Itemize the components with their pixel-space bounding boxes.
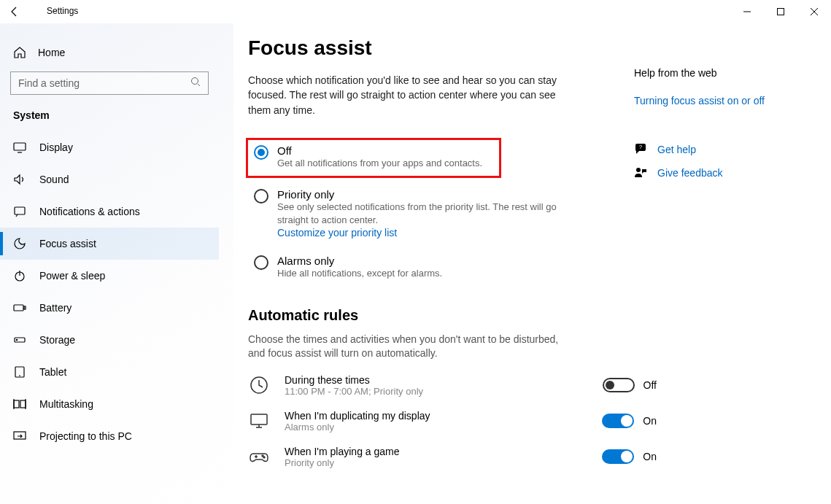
rule-sub: Alarms only — [285, 422, 587, 433]
home-nav[interactable]: Home — [0, 39, 219, 66]
svg-rect-14 — [251, 414, 267, 424]
svg-point-15 — [262, 455, 263, 457]
sidebar-item-tablet[interactable]: Tablet — [0, 356, 219, 388]
sidebar-item-battery[interactable]: Battery — [0, 292, 219, 324]
search-icon — [190, 77, 201, 90]
svg-text:?: ? — [639, 144, 642, 150]
rule-title: When I'm playing a game — [285, 446, 587, 457]
sidebar-item-label: Notifications & actions — [39, 206, 140, 217]
radio-off[interactable]: Off Get all notifications from your apps… — [246, 138, 501, 178]
sidebar-item-focus-assist[interactable]: Focus assist — [0, 228, 219, 260]
titlebar: Settings — [0, 0, 831, 23]
give-feedback-link[interactable]: Give feedback — [634, 166, 809, 179]
svg-point-18 — [636, 168, 641, 172]
svg-rect-10 — [14, 400, 19, 408]
section-label: System — [0, 105, 219, 131]
radio-indicator — [254, 189, 268, 203]
customize-priority-link[interactable]: Customize your priority list — [277, 227, 591, 239]
radio-sublabel: Get all notifications from your apps and… — [277, 157, 492, 170]
toggle-state: On — [643, 451, 657, 462]
tablet-icon — [13, 365, 26, 379]
power-icon — [13, 269, 26, 282]
home-icon — [13, 46, 26, 59]
radio-sublabel: Hide all notifications, except for alarm… — [277, 267, 584, 280]
toggle-state: Off — [643, 379, 657, 391]
svg-point-8 — [16, 339, 17, 340]
clock-icon — [248, 374, 270, 396]
get-help-label: Get help — [657, 144, 696, 155]
automatic-rules-heading: Automatic rules — [248, 307, 831, 324]
home-label: Home — [38, 47, 65, 58]
radio-alarms-only[interactable]: Alarms only Hide all notifications, exce… — [248, 250, 598, 286]
rule-duplicating-display[interactable]: When I'm duplicating my display Alarms o… — [248, 410, 657, 433]
svg-rect-0 — [778, 9, 784, 15]
help-panel: Help from the web Turning focus assist o… — [634, 67, 809, 190]
feedback-icon — [634, 166, 647, 179]
page-description: Choose which notification you'd like to … — [248, 73, 562, 117]
radio-indicator — [254, 145, 268, 160]
rule-during-times[interactable]: During these times 11:00 PM - 7:00 AM; P… — [248, 374, 657, 397]
notifications-icon — [13, 205, 26, 218]
get-help-link[interactable]: ? Get help — [634, 143, 809, 156]
help-link-focus-assist[interactable]: Turning focus assist on or off — [634, 95, 809, 106]
radio-indicator — [254, 255, 268, 270]
svg-rect-3 — [15, 207, 25, 214]
radio-sublabel: See only selected notifications from the… — [277, 201, 584, 227]
radio-label: Alarms only — [277, 255, 591, 267]
sidebar-item-storage[interactable]: Storage — [0, 324, 219, 356]
sidebar-item-notifications[interactable]: Notifications & actions — [0, 195, 219, 228]
close-button[interactable] — [797, 0, 831, 23]
sidebar-item-label: Multitasking — [39, 398, 93, 410]
radio-label: Priority only — [277, 188, 591, 201]
storage-icon — [13, 333, 26, 346]
window-title: Settings — [47, 6, 78, 16]
svg-point-16 — [263, 457, 265, 458]
rule-sub: 11:00 PM - 7:00 AM; Priority only — [285, 386, 588, 397]
maximize-button[interactable] — [764, 0, 797, 23]
rule-toggle[interactable] — [602, 414, 634, 428]
monitor-icon — [248, 410, 270, 432]
svg-rect-2 — [14, 143, 26, 150]
sidebar-item-label: Power & sleep — [39, 270, 105, 282]
sidebar-item-label: Storage — [39, 334, 75, 346]
sound-icon — [13, 173, 26, 186]
sidebar-item-label: Projecting to this PC — [39, 430, 132, 442]
gamepad-icon — [248, 446, 270, 468]
search-box[interactable] — [10, 71, 209, 95]
back-button[interactable] — [9, 6, 20, 20]
svg-rect-5 — [14, 305, 23, 311]
battery-icon — [13, 301, 26, 314]
svg-rect-6 — [24, 306, 26, 309]
svg-rect-12 — [14, 432, 26, 439]
sidebar-item-label: Battery — [39, 302, 71, 314]
rule-toggle[interactable] — [603, 378, 635, 392]
sidebar-item-label: Tablet — [39, 366, 66, 378]
sidebar-item-power[interactable]: Power & sleep — [0, 260, 219, 292]
minimize-button[interactable] — [730, 0, 764, 23]
multitasking-icon — [13, 398, 26, 411]
focus-mode-radio-group: Off Get all notifications from your apps… — [248, 138, 598, 287]
radio-label: Off — [277, 144, 492, 157]
help-chat-icon: ? — [634, 143, 647, 156]
sidebar-item-sound[interactable]: Sound — [0, 163, 219, 195]
sidebar: Home System Display Sound Notifications … — [0, 23, 233, 504]
rule-title: During these times — [285, 374, 588, 386]
feedback-label: Give feedback — [657, 167, 723, 179]
sidebar-item-display[interactable]: Display — [0, 131, 219, 163]
sidebar-item-multitasking[interactable]: Multitasking — [0, 388, 219, 420]
page-title: Focus assist — [248, 36, 831, 60]
rule-toggle[interactable] — [602, 449, 634, 464]
sidebar-item-label: Focus assist — [39, 238, 96, 249]
sidebar-item-label: Sound — [39, 174, 69, 185]
svg-point-1 — [192, 78, 198, 85]
display-icon — [13, 141, 26, 154]
automatic-rules-desc: Choose the times and activities when you… — [248, 333, 562, 361]
toggle-state: On — [643, 415, 657, 427]
projecting-icon — [13, 430, 26, 443]
sidebar-item-label: Display — [39, 141, 73, 153]
sidebar-item-projecting[interactable]: Projecting to this PC — [0, 420, 219, 452]
rule-playing-game[interactable]: When I'm playing a game Priority only On — [248, 446, 657, 468]
search-input[interactable] — [18, 77, 190, 89]
help-heading: Help from the web — [634, 67, 809, 79]
radio-priority-only[interactable]: Priority only See only selected notifica… — [248, 184, 598, 244]
